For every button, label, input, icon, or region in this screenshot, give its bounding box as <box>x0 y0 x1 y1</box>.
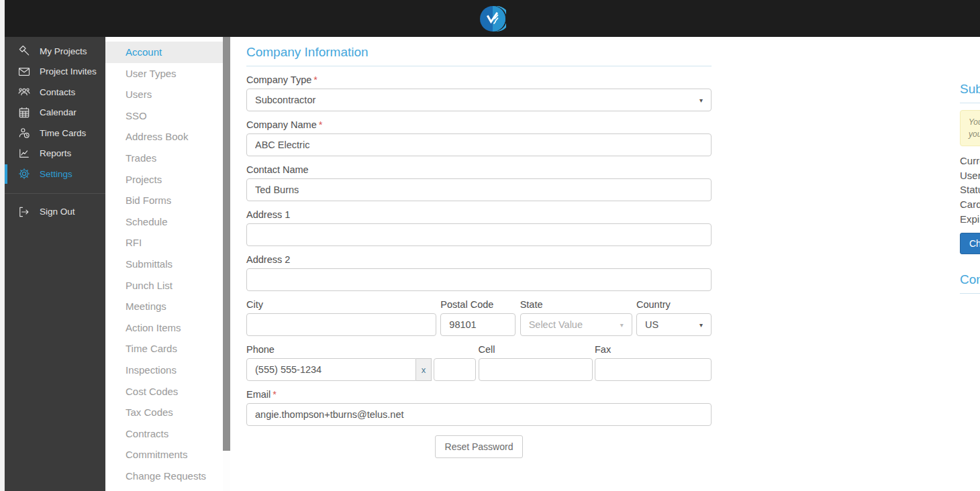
current-plan-row: Current Plan:Enterprise (Free Trial) <box>960 154 980 168</box>
state-group: State Select Value ▾ <box>520 299 632 336</box>
state-placeholder: Select Value <box>529 319 583 330</box>
reset-password-button[interactable]: Reset Password <box>435 435 524 458</box>
subscription-title: Subscription <box>960 82 980 103</box>
phone-extension-input[interactable] <box>434 358 476 381</box>
card-label: Card: <box>960 199 980 210</box>
subscription-warning: Your subscription will downgrade to Free… <box>960 110 980 146</box>
phone-extension-separator: x <box>416 358 432 381</box>
country-value: US <box>645 319 658 330</box>
settings-menu-item-meetings[interactable]: Meetings <box>105 296 223 317</box>
settings-menu-item-submittals[interactable]: Submittals <box>105 254 223 275</box>
company-name-input[interactable] <box>246 133 712 156</box>
status-label: Status: <box>960 184 980 195</box>
postal-code-group: Postal Code <box>440 299 516 336</box>
email-input[interactable] <box>246 403 712 426</box>
settings-menu-item-user-types[interactable]: User Types <box>105 63 223 85</box>
chevron-down-icon: ▾ <box>699 97 703 104</box>
settings-menu-item-account[interactable]: Account <box>105 42 223 63</box>
settings-menu-scrollbar[interactable] <box>223 37 230 451</box>
sign-out-icon <box>17 205 31 219</box>
fax-input[interactable] <box>595 358 712 381</box>
settings-menu-item-commitments[interactable]: Commitments <box>105 444 223 466</box>
sidebar-item-label: My Projects <box>40 46 87 56</box>
settings-menu-item-trades[interactable]: Trades <box>105 148 223 169</box>
expires-on-label: Expires On : <box>960 213 980 225</box>
sidebar-item-time-cards[interactable]: Time Cards <box>5 123 105 144</box>
address2-label: Address 2 <box>246 254 712 265</box>
sidebar-item-label: Settings <box>40 169 72 179</box>
settings-menu-item-cost-codes[interactable]: Cost Codes <box>105 381 223 402</box>
address2-group: Address 2 <box>246 254 712 291</box>
sidebar-item-reports[interactable]: Reports <box>5 144 105 164</box>
change-plan-button[interactable]: Change Plan <box>960 233 980 254</box>
settings-menu-item-rfi[interactable]: RFI <box>105 232 223 254</box>
sidebar-item-calendar[interactable]: Calendar <box>5 103 105 123</box>
contact-name-group: Contact Name <box>246 164 712 201</box>
company-logo-section: Company Logo Change Logo COMPANY LOGO <box>960 272 980 354</box>
person-clock-icon <box>17 126 31 140</box>
settings-menu-item-projects[interactable]: Projects <box>105 169 223 190</box>
hammer-icon <box>17 44 31 58</box>
company-type-group: Company Type* Subcontractor ▾ <box>246 74 712 111</box>
settings-menu-item-bid-forms[interactable]: Bid Forms <box>105 190 223 211</box>
company-name-group: Company Name* <box>246 119 712 156</box>
chevron-down-icon: ▾ <box>699 321 703 329</box>
phone-input[interactable] <box>246 358 416 381</box>
envelope-icon <box>17 65 31 78</box>
settings-menu-item-address-book[interactable]: Address Book <box>105 126 223 148</box>
state-select[interactable]: Select Value ▾ <box>520 313 632 336</box>
company-logo-image: COMPANY LOGO <box>960 306 980 354</box>
phone-label: Phone <box>246 344 476 355</box>
line-chart-icon <box>17 147 31 160</box>
sidebar-item-contacts[interactable]: Contacts <box>5 82 105 103</box>
sidebar-item-my-projects[interactable]: My Projects <box>5 41 105 62</box>
sidebar-item-label: Reports <box>40 148 71 158</box>
subscription-details: Current Plan:Enterprise (Free Trial) Use… <box>960 154 980 227</box>
settings-menu-item-time-cards[interactable]: Time Cards <box>105 338 223 360</box>
fax-group: Fax <box>595 344 712 381</box>
sidebar-item-settings[interactable]: Settings <box>5 164 105 184</box>
required-asterisk: * <box>273 389 277 400</box>
postal-code-input[interactable] <box>440 313 516 336</box>
settings-menu-item-punch-list[interactable]: Punch List <box>105 275 223 296</box>
esub-logo-icon[interactable] <box>479 5 506 32</box>
company-type-select[interactable]: Subcontractor ▾ <box>246 89 712 111</box>
country-select[interactable]: US ▾ <box>636 313 712 336</box>
settings-menu-item-sso[interactable]: SSO <box>105 105 223 127</box>
subscription-panel: Subscription Your subscription will down… <box>960 82 980 354</box>
country-group: Country US ▾ <box>636 299 712 336</box>
phone-row: Phone x Cell Fax <box>246 344 712 381</box>
settings-page: My Projects Project Invites Contacts Cal… <box>0 0 980 491</box>
city-row: City Postal Code State Select Value ▾ Co… <box>246 299 712 336</box>
company-logo-title: Company Logo <box>960 272 980 287</box>
company-information-title: Company Information <box>246 45 712 66</box>
current-plan-label: Current Plan: <box>960 155 980 166</box>
city-input[interactable] <box>246 313 436 336</box>
settings-menu-item-action-items[interactable]: Action Items <box>105 317 223 339</box>
main-content: Company Information Company Type* Subcon… <box>230 37 980 491</box>
sidebar-item-sign-out[interactable]: Sign Out <box>5 202 105 223</box>
address1-input[interactable] <box>246 223 712 246</box>
company-name-label: Company Name* <box>246 119 712 130</box>
sidebar-item-project-invites[interactable]: Project Invites <box>5 62 105 83</box>
settings-submenu: Account User Types Users SSO Address Boo… <box>105 37 223 491</box>
phone-group: Phone x <box>246 344 476 381</box>
settings-menu-item-users[interactable]: Users <box>105 84 223 105</box>
settings-menu-item-schedule[interactable]: Schedule <box>105 211 223 233</box>
address2-input[interactable] <box>246 268 712 291</box>
user-seats-label: User Seats: <box>960 170 980 181</box>
postal-code-label: Postal Code <box>440 299 516 310</box>
address1-group: Address 1 <box>246 209 712 246</box>
address1-label: Address 1 <box>246 209 712 220</box>
cell-input[interactable] <box>479 358 593 381</box>
settings-menu-item-contracts[interactable]: Contracts <box>105 423 223 445</box>
city-label: City <box>246 299 436 310</box>
sidebar-item-label: Calendar <box>40 107 77 117</box>
settings-menu-item-change-requests[interactable]: Change Requests <box>105 466 223 487</box>
company-information-section: Company Information Company Type* Subcon… <box>246 45 712 458</box>
top-bar <box>5 0 980 37</box>
cell-label: Cell <box>479 344 593 355</box>
contact-name-input[interactable] <box>246 178 712 201</box>
settings-menu-item-inspections[interactable]: Inspections <box>105 360 223 381</box>
settings-menu-item-tax-codes[interactable]: Tax Codes <box>105 402 223 423</box>
